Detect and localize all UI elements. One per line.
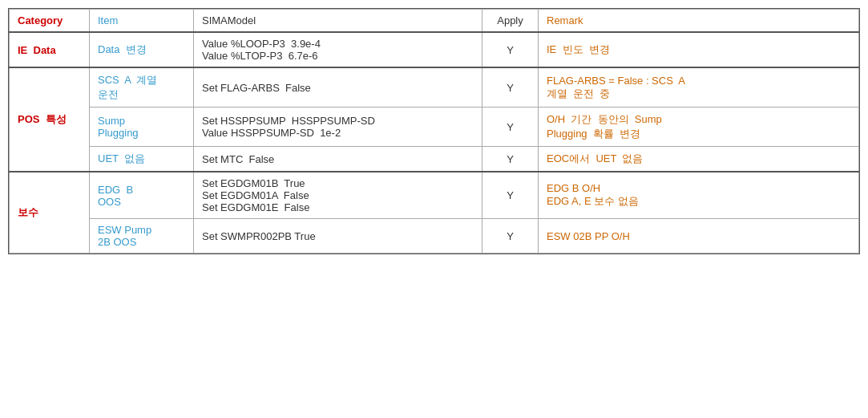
cell-item: UET 없음 — [90, 147, 194, 172]
header-remark: Remark — [539, 10, 859, 33]
cell-simamodel: Set EGDGM01B True Set EGDGM01A False Set… — [194, 172, 482, 219]
table-row: IE DataData 변경Value %LOOP-P3 3.9e-4 Valu… — [10, 32, 859, 67]
main-table-wrapper: Category Item SIMAModel Apply Remark IE … — [8, 8, 860, 254]
cell-simamodel: Set SWMPR002PB True — [194, 219, 482, 254]
cell-apply: Y — [482, 67, 539, 108]
cell-apply: Y — [482, 219, 539, 254]
data-table: Category Item SIMAModel Apply Remark IE … — [9, 9, 859, 254]
cell-category: IE Data — [10, 32, 90, 67]
cell-remark: IE 빈도 변경 — [539, 32, 859, 67]
cell-remark: EOC에서 UET 없음 — [539, 147, 859, 172]
cell-remark: ESW 02B PP O/H — [539, 219, 859, 254]
header-row: Category Item SIMAModel Apply Remark — [10, 10, 859, 33]
table-row: ESW Pump 2B OOSSet SWMPR002PB TrueYESW 0… — [10, 219, 859, 254]
cell-apply: Y — [482, 147, 539, 172]
cell-item: SCS A 계열 운전 — [90, 67, 194, 108]
cell-simamodel: Value %LOOP-P3 3.9e-4 Value %LTOP-P3 6.7… — [194, 32, 482, 67]
cell-item: EDG B OOS — [90, 172, 194, 219]
cell-item: ESW Pump 2B OOS — [90, 219, 194, 254]
cell-remark: FLAG-ARBS = False : SCS A 계열 운전 중 — [539, 67, 859, 108]
header-simamodel: SIMAModel — [194, 10, 482, 33]
table-row: 보수EDG B OOSSet EGDGM01B True Set EGDGM01… — [10, 172, 859, 219]
header-apply: Apply — [482, 10, 539, 33]
table-row: POS 특성SCS A 계열 운전Set FLAG-ARBS FalseYFLA… — [10, 67, 859, 108]
cell-category: 보수 — [10, 172, 90, 254]
cell-item: Sump Plugging — [90, 108, 194, 147]
cell-remark: EDG B O/H EDG A, E 보수 없음 — [539, 172, 859, 219]
cell-apply: Y — [482, 172, 539, 219]
cell-item: Data 변경 — [90, 32, 194, 67]
cell-simamodel: Set FLAG-ARBS False — [194, 67, 482, 108]
cell-remark: O/H 기간 동안의 Sump Plugging 확률 변경 — [539, 108, 859, 147]
cell-simamodel: Set HSSPPSUMP HSSPPSUMP-SD Value HSSPPSU… — [194, 108, 482, 147]
table-row: Sump PluggingSet HSSPPSUMP HSSPPSUMP-SD … — [10, 108, 859, 147]
header-item: Item — [90, 10, 194, 33]
cell-apply: Y — [482, 108, 539, 147]
cell-category: POS 특성 — [10, 67, 90, 172]
header-category: Category — [10, 10, 90, 33]
table-row: UET 없음Set MTC FalseYEOC에서 UET 없음 — [10, 147, 859, 172]
cell-apply: Y — [482, 32, 539, 67]
cell-simamodel: Set MTC False — [194, 147, 482, 172]
